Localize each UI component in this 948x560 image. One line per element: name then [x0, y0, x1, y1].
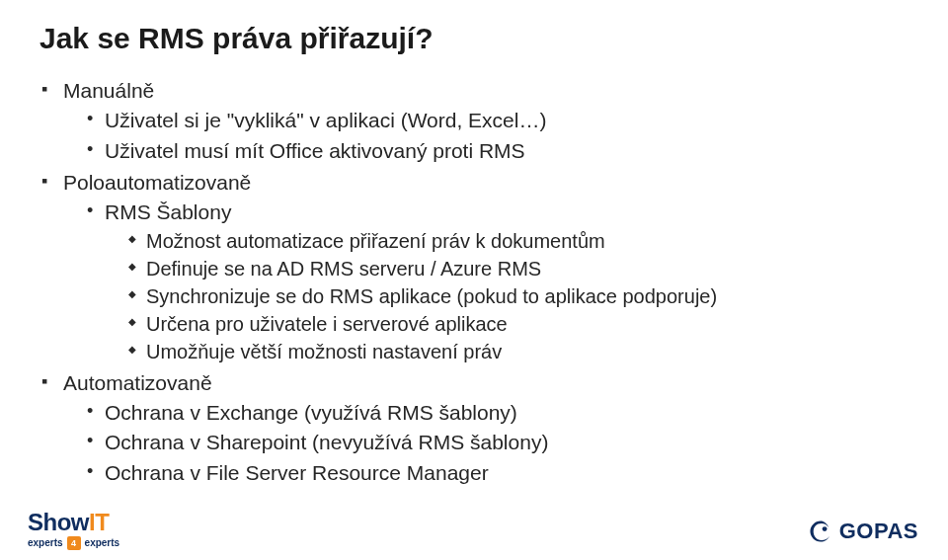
- bullet-item: Poloautomatizovaně RMS Šablony Možnost a…: [41, 169, 908, 365]
- sub-item: Ochrana v Exchange (využívá RMS šablony): [87, 399, 908, 427]
- slide: Jak se RMS práva přiřazují? Manuálně Uži…: [0, 0, 948, 560]
- subsub-item: Synchronizuje se do RMS aplikace (pokud …: [128, 283, 908, 310]
- showit-logo-sub: experts 4 experts: [28, 536, 119, 550]
- bullet-list: Manuálně Uživatel si je "vykliká" v apli…: [41, 77, 908, 487]
- sub-item: Uživatel si je "vykliká" v aplikaci (Wor…: [87, 107, 908, 134]
- showit-logo: ShowIT experts 4 experts: [28, 511, 119, 550]
- showit-logo-main: ShowIT: [28, 511, 119, 534]
- subsub-item: Definuje se na AD RMS serveru / Azure RM…: [128, 256, 908, 282]
- gopas-swirl-icon: [808, 519, 833, 544]
- sub-list: Ochrana v Exchange (využívá RMS šablony)…: [87, 399, 908, 487]
- subsub-item: Umožňuje větší možnosti nastavení práv: [128, 339, 908, 365]
- sub-item-label: RMS Šablony: [105, 200, 231, 223]
- slide-title: Jak se RMS práva přiřazují?: [40, 22, 908, 55]
- sub-list: RMS Šablony Možnost automatizace přiřaze…: [87, 199, 908, 364]
- subsub-item: Možnost automatizace přiřazení práv k do…: [128, 228, 908, 255]
- bullet-label: Automatizovaně: [63, 371, 212, 394]
- subsub-item: Určena pro uživatele i serverové aplikac…: [128, 311, 908, 338]
- subsub-list: Možnost automatizace přiřazení práv k do…: [128, 228, 908, 365]
- showit-experts-text: experts: [28, 538, 63, 548]
- sub-list: Uživatel si je "vykliká" v aplikaci (Wor…: [87, 107, 908, 165]
- showit-experts2-text: experts: [85, 538, 120, 548]
- showit-it-text: IT: [89, 511, 109, 534]
- sub-item: RMS Šablony Možnost automatizace přiřaze…: [87, 199, 908, 364]
- bullet-item: Manuálně Uživatel si je "vykliká" v apli…: [41, 77, 908, 165]
- sub-item: Ochrana v File Server Resource Manager: [87, 459, 908, 487]
- bullet-label: Poloautomatizovaně: [63, 171, 251, 194]
- showit-four-badge-icon: 4: [67, 536, 81, 550]
- sub-item: Uživatel musí mít Office aktivovaný prot…: [87, 137, 908, 165]
- gopas-text: GOPAS: [839, 519, 918, 544]
- footer: ShowIT experts 4 experts GOPAS: [0, 503, 948, 560]
- showit-show-text: Show: [28, 511, 89, 534]
- svg-point-0: [822, 526, 827, 531]
- bullet-item: Automatizovaně Ochrana v Exchange (využí…: [41, 369, 908, 487]
- bullet-label: Manuálně: [63, 79, 154, 102]
- sub-item: Ochrana v Sharepoint (nevyužívá RMS šabl…: [87, 429, 908, 456]
- gopas-logo: GOPAS: [808, 519, 918, 544]
